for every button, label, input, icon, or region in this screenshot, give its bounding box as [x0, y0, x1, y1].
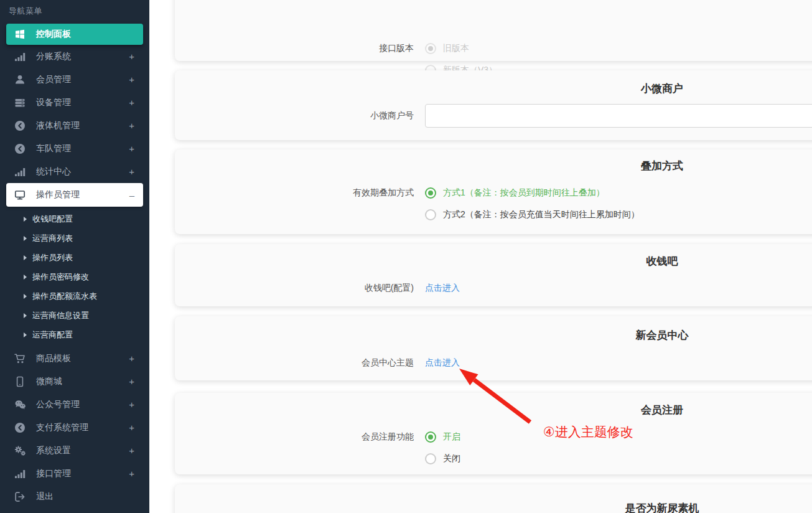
- sidebar-item-label: 会员管理: [36, 74, 71, 85]
- caret-right-icon: [24, 255, 27, 260]
- submenu-item-operator-quota[interactable]: 操作员配额流水表: [0, 286, 149, 306]
- caret-right-icon: [24, 236, 27, 241]
- main-content: 接口版本 旧版本 新版本（V3） 小微商户 小微商户号: [149, 0, 812, 513]
- radio-mode-1[interactable]: 方式1（备注：按会员到期时间往上叠加）: [425, 187, 605, 199]
- sidebar-item-member-management[interactable]: 会员管理 +: [0, 68, 149, 91]
- card-title: 会员注册: [175, 403, 812, 417]
- card-shouqianba: 收钱吧 收钱吧(配置) 点击进入: [175, 244, 812, 306]
- sidebar-item-label: 分账系统: [36, 51, 71, 62]
- sidebar-item-logout[interactable]: 退出: [0, 485, 149, 508]
- member-center-theme-link[interactable]: 点击进入: [425, 357, 460, 369]
- radio-old-version[interactable]: 旧版本: [425, 43, 469, 54]
- expand-plus-icon: +: [129, 445, 134, 456]
- submenu-item-label: 操作员配额流水表: [32, 291, 97, 302]
- user-icon: [12, 74, 27, 85]
- field-label: 会员注册功能: [175, 431, 414, 443]
- expand-plus-icon: +: [129, 51, 134, 62]
- cart-icon: [12, 353, 27, 364]
- submenu-item-label: 运营商列表: [32, 233, 73, 244]
- field-label: 有效期叠加方式: [175, 187, 414, 199]
- caret-right-icon: [24, 217, 27, 222]
- submenu-item-operator-list-1[interactable]: 运营商列表: [0, 228, 149, 248]
- field-label: 小微商户号: [175, 110, 414, 121]
- server-icon: [12, 97, 27, 108]
- sidebar-item-statistics-center[interactable]: 统计中心 +: [0, 160, 149, 183]
- expand-plus-icon: +: [129, 166, 134, 177]
- sidebar-item-label: 支付系统管理: [36, 422, 88, 433]
- micro-merchant-id-input[interactable]: [425, 104, 812, 128]
- radio-mode-2[interactable]: 方式2（备注：按会员充值当天时间往上累加时间）: [425, 209, 640, 220]
- sidebar-item-label: 液体机管理: [36, 120, 80, 131]
- submenu-item-label: 运营商配置: [32, 329, 73, 341]
- signout-icon: [12, 491, 27, 502]
- field-label: 会员中心主题: [175, 357, 414, 369]
- expand-plus-icon: +: [129, 376, 134, 387]
- sidebar-item-interface-management[interactable]: 接口管理 +: [0, 462, 149, 485]
- sidebar-item-label: 车队管理: [36, 143, 71, 154]
- radio-circle-icon: [425, 43, 436, 54]
- windows-icon: [12, 29, 27, 40]
- phone-icon: [12, 376, 27, 387]
- expand-plus-icon: +: [129, 97, 134, 108]
- sidebar-item-label: 系统设置: [36, 445, 71, 456]
- submenu-item-label: 操作员列表: [32, 252, 73, 263]
- chevron-circle-left-icon: [12, 143, 27, 154]
- radio-circle-icon: [425, 431, 436, 443]
- submenu-item-shouqianba-config[interactable]: 收钱吧配置: [0, 209, 149, 228]
- submenu-item-operator-list-2[interactable]: 操作员列表: [0, 248, 149, 267]
- wechat-icon: [12, 399, 27, 410]
- submenu-item-label: 操作员密码修改: [32, 271, 89, 283]
- card-title: 收钱吧: [175, 254, 812, 268]
- annotation-text: ④进入主题修改: [543, 423, 633, 441]
- shouqianba-config-link[interactable]: 点击进入: [425, 283, 460, 294]
- sidebar-item-micro-mall[interactable]: 微商城 +: [0, 370, 149, 393]
- collapse-minus-icon: –: [129, 190, 134, 200]
- expand-plus-icon: +: [129, 353, 134, 364]
- sidebar-item-product-template[interactable]: 商品模板 +: [0, 347, 149, 370]
- caret-right-icon: [24, 313, 27, 318]
- card-title: 小微商户: [175, 82, 812, 96]
- monitor-icon: [12, 189, 27, 200]
- card-member-register: 会员注册 会员注册功能 开启 关闭: [175, 393, 812, 474]
- submenu-item-label: 运营商信息设置: [32, 310, 89, 321]
- submenu-item-carrier-config[interactable]: 运营商配置: [0, 325, 149, 344]
- radio-circle-icon: [425, 187, 436, 199]
- caret-right-icon: [24, 332, 27, 337]
- submenu-item-label: 收钱吧配置: [32, 214, 73, 225]
- sidebar-item-label: 统计中心: [36, 166, 71, 177]
- chart-bars-icon: [12, 51, 27, 62]
- card-interface-version: 接口版本 旧版本 新版本（V3）: [175, 0, 812, 61]
- sidebar-item-label: 控制面板: [36, 29, 71, 40]
- expand-plus-icon: +: [129, 399, 134, 410]
- expand-plus-icon: +: [129, 422, 134, 433]
- sidebar-item-payment-system[interactable]: 支付系统管理 +: [0, 416, 149, 439]
- card-member-center: 新会员中心 会员中心主题 点击进入: [175, 316, 812, 380]
- submenu-item-operator-password[interactable]: 操作员密码修改: [0, 267, 149, 286]
- sidebar-item-operator-management[interactable]: 操作员管理 –: [6, 183, 143, 207]
- card-title: 新会员中心: [175, 328, 812, 342]
- expand-plus-icon: +: [129, 74, 134, 85]
- submenu-item-carrier-info[interactable]: 运营商信息设置: [0, 306, 149, 325]
- caret-right-icon: [24, 275, 27, 280]
- radio-circle-icon: [425, 209, 436, 220]
- radio-circle-icon: [425, 453, 436, 464]
- sidebar-item-label: 接口管理: [36, 468, 71, 479]
- expand-plus-icon: +: [129, 143, 134, 154]
- sidebar-item-system-settings[interactable]: 系统设置 +: [0, 439, 149, 462]
- sidebar-item-device-management[interactable]: 设备管理 +: [0, 91, 149, 114]
- chart-bars-icon: [12, 468, 27, 479]
- expand-plus-icon: +: [129, 468, 134, 479]
- gears-icon: [12, 445, 27, 456]
- field-label: 收钱吧(配置): [175, 283, 414, 294]
- radio-register-off[interactable]: 关闭: [425, 453, 460, 464]
- radio-register-on[interactable]: 开启: [425, 431, 460, 443]
- sidebar-item-dashboard[interactable]: 控制面板: [6, 24, 143, 45]
- sidebar-item-official-account[interactable]: 公众号管理 +: [0, 393, 149, 416]
- sidebar-item-fleet-management[interactable]: 车队管理 +: [0, 137, 149, 160]
- sidebar-item-liquid-machine[interactable]: 液体机管理 +: [0, 114, 149, 137]
- card-title: 是否为新尿素机: [175, 501, 812, 513]
- sidebar-item-label: 退出: [36, 491, 54, 502]
- card-title: 叠加方式: [175, 159, 812, 173]
- sidebar-item-label: 设备管理: [36, 97, 71, 108]
- sidebar-item-split-account[interactable]: 分账系统 +: [0, 45, 149, 68]
